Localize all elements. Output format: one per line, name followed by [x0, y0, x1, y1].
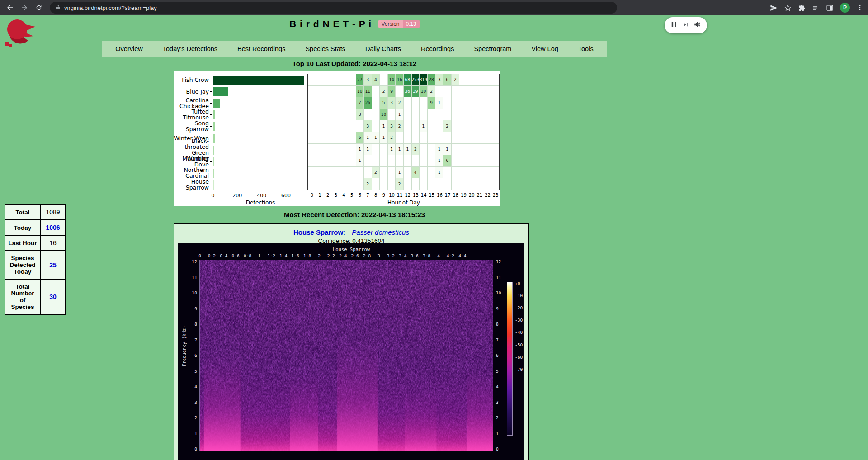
- nav-item-view-log[interactable]: View Log: [521, 45, 568, 52]
- share-icon[interactable]: [770, 4, 778, 12]
- heatmap-axis-label: Hour of Day: [308, 199, 500, 206]
- detection-bar: [213, 110, 215, 119]
- nav-item-best-recordings[interactable]: Best Recordings: [227, 45, 295, 52]
- time-tick-label: 2·4: [339, 253, 347, 258]
- x-tick-label: 20: [467, 193, 476, 198]
- heatmap-cell: [380, 144, 388, 156]
- heatmap-cell: [428, 144, 436, 156]
- heatmap-cell: [483, 86, 491, 98]
- freq-tick-label: 9: [186, 306, 197, 311]
- heatmap-cell: [491, 109, 499, 121]
- species-scientific-name-link[interactable]: Passer domesticus: [352, 228, 409, 236]
- browser-refresh-button[interactable]: [33, 2, 44, 13]
- heatmap-cell: [483, 178, 491, 190]
- heatmap-cell: 1: [435, 144, 443, 156]
- heatmap-cell: [380, 167, 388, 179]
- heatmap-cell: [348, 178, 356, 190]
- heatmap-cell: [340, 132, 348, 144]
- heatmap-cell: [459, 120, 467, 132]
- y-tick-mark: [210, 114, 212, 115]
- top10-chart: Fish CrowBlue JayCarolina ChickadeeTufte…: [174, 71, 500, 206]
- profile-avatar[interactable]: P: [840, 3, 850, 13]
- heatmap-cell: [467, 178, 476, 190]
- species-common-name-link[interactable]: House Sparrow:: [293, 228, 345, 236]
- heatmap-cell: 1: [435, 167, 443, 179]
- pause-icon[interactable]: [670, 20, 678, 30]
- heatmap-cell: [316, 132, 325, 144]
- freq-tick-label: 7: [496, 337, 499, 342]
- x-tick-label: 4: [340, 193, 348, 198]
- audio-player[interactable]: [665, 17, 707, 33]
- heatmap-cell: [364, 155, 372, 167]
- chart-species-label: House Sparrow: [174, 179, 209, 190]
- bookmark-star-icon[interactable]: [784, 4, 792, 12]
- extensions-icon[interactable]: [798, 4, 806, 12]
- heatmap-cell: [324, 86, 332, 98]
- birdnetpi-page: B i r d N E T - P i Version 0.13 Overvie…: [0, 15, 868, 460]
- detection-bar: [213, 87, 228, 96]
- heatmap-cell: 6: [443, 74, 452, 86]
- colorbar: [507, 282, 513, 436]
- sidebar-icon[interactable]: [826, 4, 834, 12]
- summary-value[interactable]: 1006: [40, 220, 66, 235]
- freq-tick-label: 8: [186, 322, 197, 327]
- heatmap-cell: [475, 178, 483, 190]
- nav-item-daily-charts[interactable]: Daily Charts: [355, 45, 411, 52]
- most-recent-heading: Most Recent Detection: 2022-04-13 18:15:…: [0, 211, 709, 218]
- heatmap-cell: [459, 178, 467, 190]
- heatmap-cell: 10: [420, 86, 428, 98]
- heatmap-cell: [356, 178, 364, 190]
- heatmap-cell: [316, 74, 325, 86]
- summary-value: 16: [40, 235, 66, 251]
- heatmap-cell: 14: [388, 74, 396, 86]
- heatmap-cell: [340, 178, 348, 190]
- heatmap-cell: [420, 178, 428, 190]
- reading-list-icon[interactable]: [812, 4, 820, 12]
- browser-forward-button[interactable]: [19, 2, 30, 13]
- heatmap-cell: [483, 132, 491, 144]
- heatmap-cell: [491, 155, 499, 167]
- summary-label: Today: [5, 220, 40, 235]
- nav-item-today-s-detections[interactable]: Today's Detections: [153, 45, 227, 52]
- x-tick-label: 17: [443, 193, 452, 198]
- url-bar[interactable]: virginia.birdnetpi.com/?stream=play: [50, 2, 617, 14]
- heatmap-cell: [420, 155, 428, 167]
- summary-value[interactable]: 25: [40, 251, 66, 279]
- nav-item-spectrogram[interactable]: Spectrogram: [464, 45, 521, 52]
- heatmap-cell: 4: [412, 167, 420, 179]
- seek-forward-icon[interactable]: [683, 21, 689, 29]
- freq-tick-label: 0: [186, 446, 197, 451]
- heatmap-cell: [428, 155, 436, 167]
- freq-tick-label: 4: [496, 384, 499, 389]
- time-tick-label: 0·2: [208, 253, 216, 258]
- x-tick-label: 19: [460, 193, 468, 198]
- nav-item-overview[interactable]: Overview: [105, 45, 152, 52]
- time-tick-label: 2: [318, 253, 321, 258]
- heatmap-cell: [316, 120, 325, 132]
- heatmap-cell: 1: [380, 120, 388, 132]
- nav-item-tools[interactable]: Tools: [568, 45, 604, 52]
- volume-icon[interactable]: [693, 20, 702, 30]
- heatmap-cell: 9: [428, 97, 436, 109]
- y-tick-mark: [210, 126, 212, 127]
- freq-tick-label: 11: [186, 275, 197, 280]
- time-tick-label: 0·4: [220, 253, 227, 258]
- spectrogram: House Sparrow Frequency (kHz): [178, 243, 524, 460]
- heatmap-cell: [388, 178, 396, 190]
- time-tick-label: 0·6: [232, 253, 240, 258]
- browser-menu-icon[interactable]: [856, 4, 863, 11]
- heatmap-cell: 6: [356, 132, 364, 144]
- version-badge-label: Version: [378, 20, 403, 28]
- browser-back-button[interactable]: [5, 2, 15, 13]
- x-tick-label: 3: [332, 193, 340, 198]
- detection-bar: [213, 180, 214, 190]
- time-tick-label: 4·2: [447, 253, 454, 258]
- summary-value[interactable]: 30: [40, 279, 66, 314]
- heatmap-cell: [420, 167, 428, 179]
- heatmap-cell: [324, 120, 332, 132]
- nav-item-recordings[interactable]: Recordings: [411, 45, 464, 52]
- heatmap-cell: [324, 144, 332, 156]
- heatmap-cell: [332, 155, 340, 167]
- heatmap-cell: [412, 178, 420, 190]
- nav-item-species-stats[interactable]: Species Stats: [295, 45, 355, 52]
